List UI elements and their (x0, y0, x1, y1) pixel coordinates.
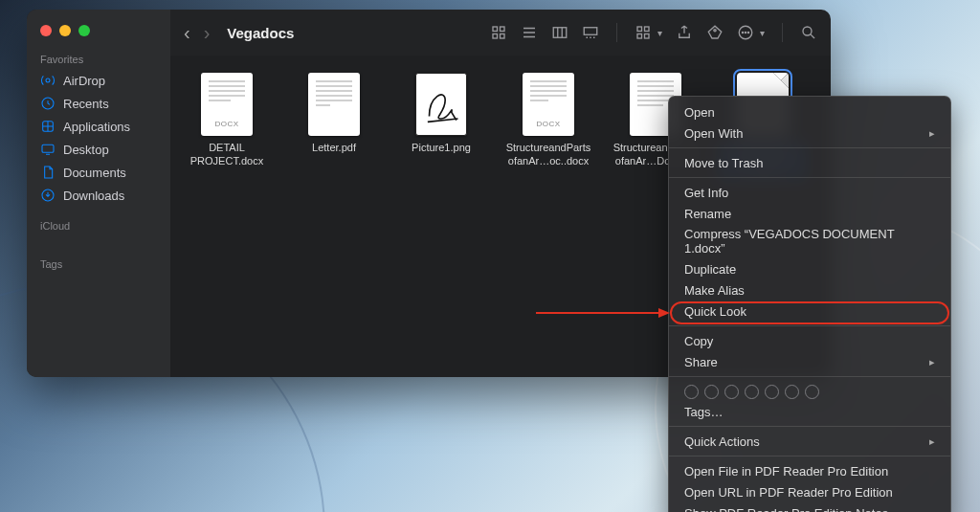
svg-rect-11 (637, 27, 642, 32)
tag-color-circle[interactable] (704, 385, 719, 399)
list-view-button[interactable] (521, 24, 538, 41)
menu-separator (669, 426, 950, 427)
gallery-view-button[interactable] (582, 24, 599, 41)
file-item[interactable]: Picture1.png (396, 73, 486, 155)
menu-item-quick-look[interactable]: Quick Look (669, 301, 950, 322)
tag-color-circle[interactable] (684, 385, 699, 399)
menu-item-open[interactable]: Open (669, 101, 950, 122)
svg-point-17 (742, 32, 743, 33)
file-type-badge: DOCX (201, 120, 253, 128)
sidebar-item-label: Documents (63, 166, 126, 180)
sidebar-item-recents[interactable]: Recents (27, 92, 170, 115)
airdrop-icon (40, 73, 56, 88)
tags-button[interactable] (706, 24, 724, 41)
svg-point-19 (747, 32, 748, 33)
sidebar-section-tags: Tags (27, 255, 170, 274)
menu-item-open-url-pdf-reader[interactable]: Open URL in PDF Reader Pro Edition (669, 481, 950, 502)
file-item[interactable]: Letter.pdf (289, 73, 379, 155)
menu-separator (669, 456, 950, 456)
chevron-down-icon: ▾ (760, 28, 765, 38)
menu-item-tags[interactable]: Tags… (669, 401, 950, 422)
icon-view-button[interactable] (490, 24, 507, 41)
group-by-button[interactable] (635, 24, 652, 41)
close-window-button[interactable] (40, 25, 52, 36)
sidebar-section-favorites: Favorites (27, 50, 170, 69)
menu-item-get-info[interactable]: Get Info (669, 182, 950, 203)
applications-icon (40, 119, 56, 134)
menu-item-move-to-trash[interactable]: Move to Trash (669, 152, 950, 173)
document-icon (40, 165, 56, 180)
menu-tag-colors (669, 381, 950, 401)
download-icon (40, 188, 56, 203)
menu-item-quick-actions[interactable]: Quick Actions▸ (669, 431, 950, 452)
file-name: DETAIL PROJECT.docx (182, 142, 272, 168)
file-type-badge: DOCX (523, 120, 574, 128)
svg-rect-6 (501, 27, 505, 32)
file-thumbnail: DOCX (201, 73, 253, 136)
more-button[interactable] (737, 24, 754, 41)
menu-item-open-with[interactable]: Open With▸ (669, 122, 950, 144)
sidebar: Favorites AirDrop Recents Applications D… (27, 10, 170, 377)
menu-item-make-alias[interactable]: Make Alias (669, 279, 950, 301)
svg-rect-13 (637, 34, 642, 39)
window-controls (27, 15, 170, 50)
menu-separator (669, 325, 950, 326)
svg-rect-10 (584, 28, 597, 35)
minimize-window-button[interactable] (59, 25, 71, 36)
sidebar-item-documents[interactable]: Documents (27, 161, 170, 184)
svg-rect-14 (645, 34, 650, 39)
svg-point-18 (745, 32, 746, 33)
menu-item-compress[interactable]: Compress “VEGADOCS DOCUMENT 1.docx” (669, 224, 950, 258)
window-title: Vegadocs (227, 25, 294, 41)
menu-item-rename[interactable]: Rename (669, 203, 950, 224)
menu-item-open-pdf-reader[interactable]: Open File in PDF Reader Pro Edition (669, 460, 950, 481)
file-name: Picture1.png (412, 142, 471, 155)
file-thumbnail (415, 73, 467, 136)
svg-rect-3 (42, 145, 54, 152)
svg-rect-5 (493, 27, 498, 32)
tag-color-circle[interactable] (745, 385, 759, 399)
sidebar-item-applications[interactable]: Applications (27, 115, 170, 138)
file-name: StructureandPartsofanAr…oc..docx (503, 142, 593, 168)
file-name: Letter.pdf (312, 142, 356, 155)
sidebar-item-label: Desktop (63, 143, 109, 157)
forward-button[interactable]: › (204, 22, 211, 44)
menu-item-duplicate[interactable]: Duplicate (669, 258, 950, 279)
sidebar-item-label: AirDrop (63, 74, 105, 88)
file-item[interactable]: DOCX DETAIL PROJECT.docx (182, 73, 272, 168)
column-view-button[interactable] (551, 24, 568, 41)
file-item[interactable]: DOCX StructureandPartsofanAr…oc..docx (503, 73, 593, 168)
menu-item-copy[interactable]: Copy (669, 330, 950, 351)
chevron-right-icon: ▸ (929, 127, 935, 140)
back-button[interactable]: ‹ (184, 22, 190, 44)
chevron-right-icon: ▸ (929, 356, 935, 368)
share-button[interactable] (676, 24, 693, 41)
fullscreen-window-button[interactable] (78, 25, 90, 36)
context-menu: Open Open With▸ Move to Trash Get Info R… (668, 96, 951, 512)
svg-rect-12 (645, 27, 650, 32)
file-thumbnail: DOCX (523, 73, 574, 136)
sidebar-item-desktop[interactable]: Desktop (27, 138, 170, 161)
toolbar: ‹ › Vegadocs ▾ ▾ (170, 10, 831, 56)
tag-color-circle[interactable] (805, 385, 819, 399)
svg-rect-8 (501, 34, 505, 39)
svg-point-15 (714, 30, 716, 32)
menu-item-show-pdf-notes[interactable]: Show PDF Reader Pro Edition Notes (669, 502, 950, 512)
menu-separator (669, 376, 950, 377)
sidebar-section-icloud: iCloud (27, 216, 170, 235)
signature-icon (416, 74, 466, 135)
menu-item-share[interactable]: Share▸ (669, 351, 950, 372)
sidebar-item-label: Downloads (63, 189, 124, 203)
sidebar-item-label: Applications (63, 120, 130, 134)
desktop-icon (40, 142, 56, 157)
search-button[interactable] (800, 24, 817, 41)
svg-point-0 (46, 78, 50, 82)
tag-color-circle[interactable] (765, 385, 779, 399)
chevron-down-icon: ▾ (657, 28, 662, 38)
sidebar-item-airdrop[interactable]: AirDrop (27, 69, 170, 92)
tag-color-circle[interactable] (785, 385, 799, 399)
sidebar-item-label: Recents (63, 97, 109, 111)
chevron-right-icon: ▸ (929, 435, 935, 448)
tag-color-circle[interactable] (724, 385, 739, 399)
sidebar-item-downloads[interactable]: Downloads (27, 184, 170, 207)
